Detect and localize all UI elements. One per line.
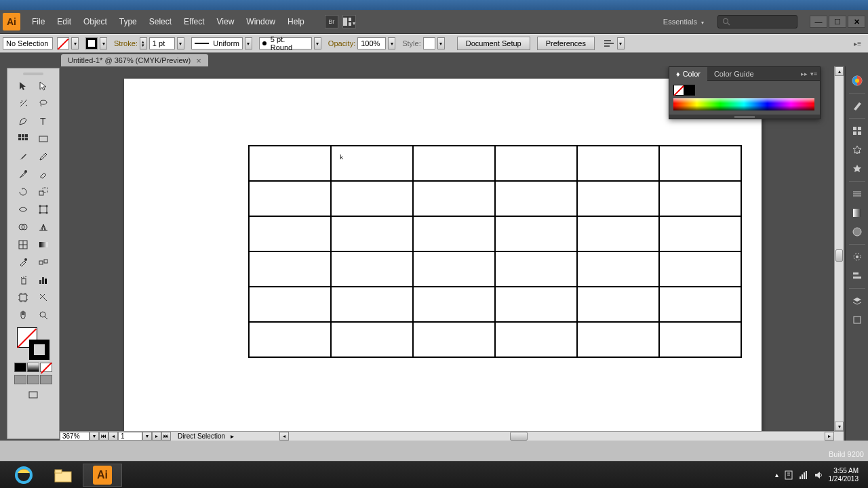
align-dropdown[interactable]: ▾ <box>617 37 625 49</box>
fill-swatch[interactable] <box>57 37 69 49</box>
color-mode[interactable] <box>14 363 26 372</box>
draw-inside[interactable] <box>40 375 52 384</box>
style-dropdown[interactable]: ▾ <box>437 37 445 49</box>
prev-page-icon[interactable]: ◂ <box>108 432 118 441</box>
page-dropdown[interactable]: ▾ <box>142 432 152 441</box>
menu-effect[interactable]: Effect <box>178 14 210 29</box>
opacity-dropdown[interactable]: ▾ <box>388 37 395 49</box>
collapse-panel-icon[interactable]: ▸▸ <box>801 70 808 77</box>
vertical-scrollbar[interactable]: ▴ ▾ <box>834 66 844 431</box>
arrange-docs-icon[interactable] <box>342 15 356 28</box>
close-tab-icon[interactable]: × <box>196 56 201 66</box>
color-fill-swatch[interactable] <box>673 85 684 96</box>
document-setup-button[interactable]: Document Setup <box>457 37 530 50</box>
scroll-thumb-v[interactable] <box>835 249 843 262</box>
stroke-color[interactable] <box>29 340 50 360</box>
artboard[interactable]: k <box>124 79 762 431</box>
graphic-styles-panel-icon[interactable] <box>848 248 866 266</box>
gradient-tool[interactable] <box>34 237 53 253</box>
pen-tool[interactable] <box>14 113 33 129</box>
magic-wand-tool[interactable] <box>14 96 33 112</box>
clock[interactable]: 3:55 AM 1/24/2013 <box>829 467 859 483</box>
zoom-tool[interactable] <box>34 307 53 323</box>
next-page-icon[interactable]: ▸ <box>152 432 161 441</box>
horizontal-scrollbar[interactable]: ◂ ▸ <box>279 432 834 441</box>
minimize-button[interactable]: — <box>810 16 827 28</box>
stroke-dropdown[interactable]: ▾ <box>100 37 107 49</box>
page-input[interactable]: 1 <box>118 432 142 441</box>
menu-help[interactable]: Help <box>281 14 311 29</box>
lasso-tool[interactable] <box>34 96 53 112</box>
selection-tool[interactable] <box>14 78 33 94</box>
scroll-right-icon[interactable]: ▸ <box>825 432 834 441</box>
direct-selection-tool[interactable] <box>34 78 53 94</box>
fill-dropdown[interactable]: ▾ <box>71 37 79 49</box>
scroll-up-icon[interactable]: ▴ <box>835 66 844 76</box>
transparency-panel-icon[interactable] <box>848 204 866 222</box>
scroll-left-icon[interactable]: ◂ <box>279 432 289 441</box>
slice-tool[interactable] <box>34 289 53 306</box>
swatches-panel-icon[interactable] <box>848 97 866 115</box>
draw-behind[interactable] <box>27 375 39 384</box>
controlbar-menu-icon[interactable]: ▸≡ <box>850 40 865 47</box>
artboard-tool[interactable] <box>14 289 33 306</box>
color-panel-icon[interactable] <box>848 72 866 89</box>
menu-edit[interactable]: Edit <box>51 14 77 29</box>
stroke-profile[interactable]: Uniform <box>191 37 243 49</box>
rotate-tool[interactable] <box>14 184 33 200</box>
panel-grip[interactable] <box>23 73 43 75</box>
width-tool[interactable] <box>14 201 33 218</box>
stroke-weight-dropdown[interactable]: ▾ <box>177 37 184 49</box>
fill-stroke-control[interactable] <box>17 327 50 360</box>
eraser-tool[interactable] <box>34 166 53 182</box>
action-center-icon[interactable] <box>784 470 793 480</box>
draw-normal[interactable] <box>14 375 26 384</box>
scroll-down-icon[interactable]: ▾ <box>835 422 844 431</box>
color-guide-tab[interactable]: Color Guide <box>707 67 761 81</box>
bridge-icon[interactable]: Br <box>325 15 338 28</box>
menu-object[interactable]: Object <box>77 14 113 29</box>
color-stroke-swatch[interactable] <box>684 85 695 96</box>
gradient-mode[interactable] <box>27 363 39 372</box>
pencil-tool[interactable] <box>34 148 53 165</box>
color-tab[interactable]: ♦ Color <box>669 67 707 81</box>
shape-builder-tool[interactable] <box>14 219 33 235</box>
symbols-panel-icon[interactable] <box>848 141 866 159</box>
maximize-button[interactable]: ☐ <box>829 16 846 28</box>
taskbar-explorer[interactable] <box>43 464 83 487</box>
stroke-panel-icon[interactable] <box>848 160 866 178</box>
stroke-weight-stepper[interactable]: ▴▾ <box>140 37 147 49</box>
eyedropper-tool[interactable] <box>14 254 33 270</box>
stroke-swatch[interactable] <box>85 37 98 49</box>
first-page-icon[interactable]: ⏮ <box>99 432 108 441</box>
stroke-profile-dropdown[interactable]: ▾ <box>245 37 252 49</box>
style-swatch[interactable] <box>423 37 435 49</box>
line-segment-tool[interactable] <box>14 131 33 147</box>
align-panel-icon[interactable] <box>848 267 866 285</box>
close-button[interactable]: ✕ <box>848 16 865 28</box>
menu-view[interactable]: View <box>211 14 241 29</box>
taskbar-ie[interactable] <box>4 464 43 487</box>
tray-chevron-icon[interactable]: ▴ <box>775 471 778 479</box>
brush-dropdown[interactable]: ▾ <box>314 37 321 49</box>
zoom-input[interactable]: 367% <box>60 432 90 441</box>
blend-tool[interactable] <box>34 254 53 270</box>
color-spectrum[interactable] <box>673 98 814 110</box>
scroll-thumb-h[interactable] <box>510 432 528 441</box>
panel-menu-icon[interactable]: ▾≡ <box>810 70 817 77</box>
preferences-button[interactable]: Preferences <box>537 37 595 50</box>
menu-window[interactable]: Window <box>240 14 281 29</box>
stroke-weight-input[interactable]: 1 pt <box>149 37 175 49</box>
last-page-icon[interactable]: ⏭ <box>161 432 171 441</box>
blob-brush-tool[interactable] <box>14 166 33 182</box>
screen-mode[interactable] <box>24 387 43 403</box>
taskbar-illustrator[interactable]: Ai <box>83 464 122 487</box>
menu-select[interactable]: Select <box>143 14 178 29</box>
search-input[interactable] <box>717 15 797 28</box>
appearance-panel-icon[interactable] <box>848 223 866 241</box>
mesh-tool[interactable] <box>14 237 33 253</box>
workspace-switcher[interactable]: Essentials <box>658 15 709 28</box>
document-tab[interactable]: Untitled-1* @ 367% (CMYK/Preview) × <box>61 54 208 66</box>
menu-file[interactable]: File <box>26 14 51 29</box>
free-transform-tool[interactable] <box>34 201 53 218</box>
